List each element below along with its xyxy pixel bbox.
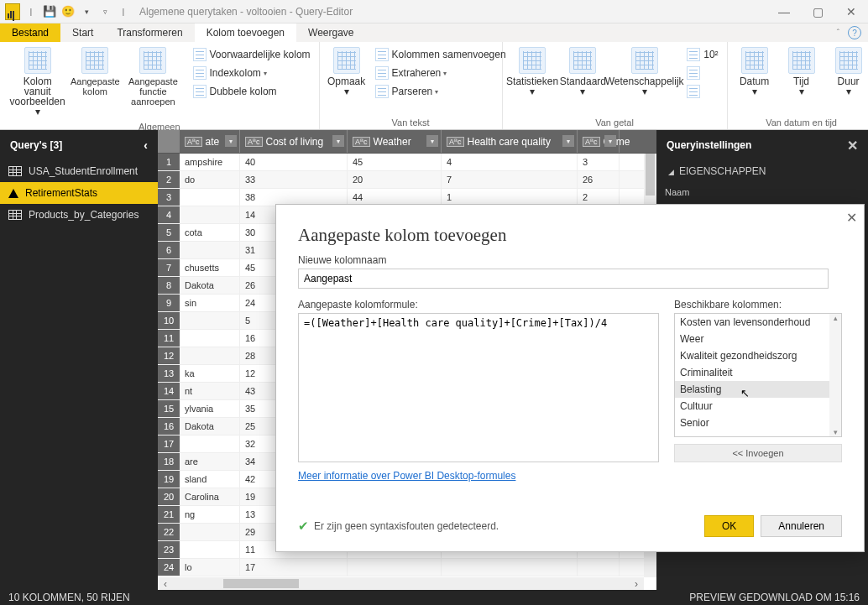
trig-button[interactable] [683,64,721,82]
table-cell[interactable]: Carolina [180,488,240,505]
table-cell[interactable]: 4 [442,154,578,170]
format-button[interactable]: Opmaak▾ [323,44,370,100]
table-cell[interactable] [180,435,240,452]
close-panel-icon[interactable]: ✕ [847,138,858,154]
table-cell[interactable] [180,312,240,329]
help-icon[interactable]: ? [848,26,861,39]
invoke-function-button[interactable]: Aangepaste functie aanroepen [118,44,187,110]
table-cell[interactable]: 7 [442,171,578,188]
statistics-button[interactable]: Statistieken▾ [506,44,559,100]
filter-dropdown-icon[interactable]: ▾ [426,135,438,147]
table-cell[interactable] [442,559,578,576]
ok-button[interactable]: OK [704,515,754,537]
table-cell[interactable] [578,559,620,576]
column-name-input[interactable] [298,269,829,289]
close-icon[interactable]: ✕ [834,0,868,23]
available-column-item[interactable]: Cultuur [675,398,841,415]
table-cell[interactable] [348,559,442,576]
save-icon[interactable]: 💾 [41,3,58,20]
table-cell[interactable] [180,541,240,558]
columns-scrollbar[interactable] [829,314,841,436]
qat-smiley-dropdown[interactable]: ▾ [78,3,95,20]
filter-dropdown-icon[interactable]: ▾ [604,135,616,147]
table-cell[interactable]: 2 [578,189,620,206]
table-cell[interactable] [180,524,240,540]
sidebar-query-item[interactable]: USA_StudentEnrollment [0,160,158,182]
table-cell[interactable] [180,330,240,347]
tab-start[interactable]: Start [60,23,105,42]
table-cell[interactable]: nt [180,383,240,399]
extract-button[interactable]: Extraheren▾ [372,64,510,82]
tab-view[interactable]: Weergave [296,23,365,42]
standard-button[interactable]: Standaard▾ [559,44,608,100]
table-cell[interactable]: 38 [240,189,348,206]
available-column-item[interactable]: Belasting [675,381,841,398]
column-header[interactable]: ▾Aᴮcate [180,130,240,153]
table-cell[interactable]: ng [180,506,240,523]
table-cell[interactable]: ka [180,365,240,382]
duration-button[interactable]: Duur▾ [825,44,868,100]
table-row[interactable]: 1ampshire404543 [158,154,656,171]
conditional-column-button[interactable]: Voorwaardelijke kolom [190,45,314,64]
index-column-button[interactable]: Indexkolom▾ [190,64,314,82]
table-cell[interactable]: cota [180,224,240,241]
minimize-icon[interactable]: — [767,0,801,23]
tab-file[interactable]: Bestand [0,23,60,42]
time-button[interactable]: Tijd▾ [778,44,825,100]
table-cell[interactable]: Dakota [180,277,240,294]
collapse-left-icon[interactable]: ‹ [144,138,148,152]
table-cell[interactable] [180,347,240,364]
column-from-examples-button[interactable]: Kolom vanuit voorbeelden ▾ [3,44,71,120]
custom-column-button[interactable]: Aangepaste kolom [71,44,118,100]
filter-dropdown-icon[interactable]: ▾ [332,135,344,147]
scroll-right-icon[interactable]: › [629,578,644,590]
available-column-item[interactable]: Kosten van levensonderhoud [675,314,841,331]
tab-add-column[interactable]: Kolom toevoegen [195,23,296,42]
merge-columns-button[interactable]: Kolommen samenvoegen [372,45,510,64]
table-cell[interactable]: ampshire [180,154,240,170]
column-header[interactable]: ▾AᴮcWeather [348,130,442,153]
scroll-left-icon[interactable]: ‹ [158,578,173,590]
available-column-item[interactable]: Senior [675,415,841,431]
maximize-icon[interactable]: ▢ [801,0,834,23]
column-header[interactable]: ▾AᴮcHealth care quality [442,130,578,153]
caret-down-icon[interactable]: ◢ [668,168,674,176]
table-cell[interactable]: 44 [348,189,442,206]
table-cell[interactable]: 26 [578,171,620,188]
cancel-button[interactable]: Annuleren [761,515,842,537]
power-button[interactable]: 10² [683,45,721,64]
smiley-icon[interactable]: 🙂 [60,3,76,20]
table-cell[interactable]: 33 [240,171,348,188]
table-cell[interactable] [180,189,240,206]
available-column-item[interactable]: Criminaliteit [675,364,841,381]
available-column-item[interactable]: Weer [675,331,841,347]
table-cell[interactable]: lo [180,559,240,576]
table-row[interactable]: 24lo17 [158,559,656,576]
qat-customize-dropdown[interactable]: ▿ [97,3,113,20]
ribbon-collapse-icon[interactable]: ˆ [837,29,839,38]
table-cell[interactable] [180,242,240,258]
table-cell[interactable] [180,206,240,223]
table-cell[interactable]: 45 [348,154,442,170]
sidebar-query-item[interactable]: RetirementStats [0,182,158,204]
sidebar-query-item[interactable]: Products_by_Categories [0,204,158,226]
table-cell[interactable]: Dakota [180,418,240,435]
filter-dropdown-icon[interactable]: ▾ [562,135,574,147]
table-cell[interactable]: chusetts [180,259,240,276]
scientific-button[interactable]: Wetenschappelijk▾ [607,44,682,100]
table-cell[interactable]: ylvania [180,400,240,417]
rounding-button[interactable] [683,82,721,101]
duplicate-column-button[interactable]: Dubbele kolom [190,82,314,101]
insert-button[interactable]: << Invoegen [674,444,842,462]
tab-transform[interactable]: Transformeren [105,23,194,42]
formula-help-link[interactable]: Meer informatie over Power BI Desktop-fo… [298,470,515,482]
table-cell[interactable]: are [180,453,240,470]
table-cell[interactable]: 17 [240,559,348,576]
available-column-item[interactable]: Kwaliteit gezondheidszorg [675,347,841,364]
table-cell[interactable]: 3 [578,154,620,170]
table-cell[interactable]: 1 [442,189,578,206]
filter-dropdown-icon[interactable]: ▾ [225,135,237,147]
parse-button[interactable]: Parseren▾ [372,82,510,101]
table-cell[interactable]: sland [180,471,240,488]
table-cell[interactable]: 20 [348,171,442,188]
